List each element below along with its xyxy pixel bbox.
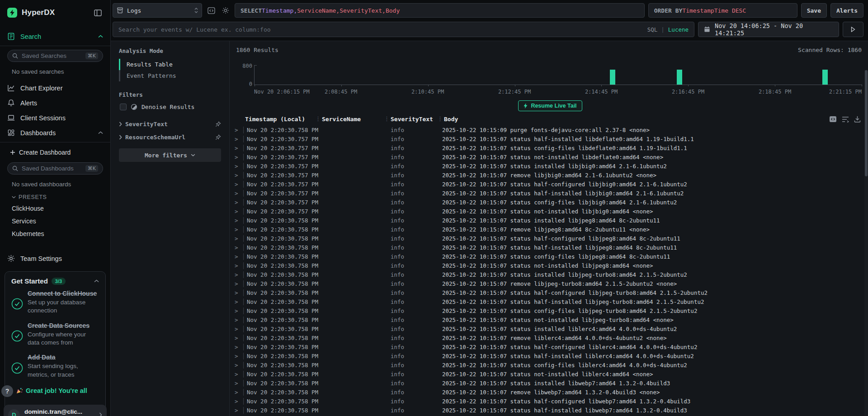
histogram-bar[interactable] (822, 70, 828, 85)
table-row[interactable]: >Nov 20 2:20:30.758 PMinfo2025-10-22 10:… (232, 288, 868, 297)
table-row[interactable]: >Nov 20 2:20:30.758 PMinfo2025-10-22 10:… (232, 342, 868, 351)
histogram-bar[interactable] (677, 70, 682, 85)
expand-row-chevron-icon[interactable]: > (232, 280, 243, 287)
column-header-body[interactable]: ⋮Body (442, 116, 825, 123)
table-row[interactable]: >Nov 20 2:20:30.757 PMinfo2025-10-22 10:… (232, 189, 868, 198)
table-row[interactable]: >Nov 20 2:20:30.758 PMinfo2025-10-22 10:… (232, 297, 868, 306)
source-select[interactable]: Logs (113, 3, 202, 18)
get-started-item[interactable]: Create Data SourcesConfigure where your … (11, 321, 99, 347)
table-row[interactable]: >Nov 20 2:20:30.758 PMinfo2025-10-22 10:… (232, 397, 868, 406)
download-icon[interactable] (854, 116, 861, 123)
expand-row-chevron-icon[interactable]: > (232, 344, 243, 350)
preset-dashboard-item[interactable]: Kubernetes (0, 227, 110, 240)
edit-source-icon[interactable] (206, 5, 217, 16)
table-row[interactable]: >Nov 20 2:20:30.757 PMinfo2025-10-22 10:… (232, 143, 868, 152)
expand-row-chevron-icon[interactable]: > (232, 389, 243, 396)
expand-row-chevron-icon[interactable]: > (232, 181, 243, 188)
sidebar-item-search[interactable]: Search (0, 29, 110, 44)
expand-row-chevron-icon[interactable]: > (232, 371, 243, 378)
expand-row-chevron-icon[interactable]: > (232, 154, 243, 161)
table-row[interactable]: >Nov 20 2:20:30.758 PMinfo2025-10-22 10:… (232, 360, 868, 369)
time-range-picker[interactable]: Nov 20 14:06:25 - Nov 20 14:21:25 (698, 22, 839, 37)
expand-row-chevron-icon[interactable]: > (232, 362, 243, 369)
expand-row-chevron-icon[interactable]: > (232, 326, 243, 332)
sidebar-item-dashboards[interactable]: Dashboards (0, 125, 110, 140)
more-filters-button[interactable]: More filters (119, 148, 221, 162)
order-by-input[interactable]: ORDER BY TimestampTime DESC (648, 3, 797, 18)
table-row[interactable]: >Nov 20 2:20:30.757 PMinfo2025-10-22 10:… (232, 180, 868, 189)
filter-group-resourceschemaurl[interactable]: ResourceSchemaUrl (119, 131, 221, 144)
sql-toggle[interactable]: SQL (647, 26, 658, 33)
save-button[interactable]: Save (801, 3, 827, 18)
column-header-severitytext[interactable]: ⋮SeverityText (389, 116, 442, 123)
column-header-timestamp[interactable]: Timestamp (Local) (243, 116, 320, 123)
table-row[interactable]: >Nov 20 2:20:30.758 PMinfo2025-10-22 10:… (232, 406, 868, 415)
preset-dashboard-item[interactable]: ClickHouse (0, 202, 110, 215)
get-started-item[interactable]: Connect to ClickHouseSet up your databas… (11, 289, 99, 315)
expand-row-chevron-icon[interactable]: > (232, 407, 243, 414)
create-dashboard-button[interactable]: Create Dashboard (0, 144, 110, 159)
table-row[interactable]: >Nov 20 2:20:30.758 PMinfo2025-10-22 10:… (232, 225, 868, 234)
expand-row-chevron-icon[interactable]: > (232, 398, 243, 405)
get-started-item[interactable]: Add DataStart sending logs, metrics, or … (11, 353, 99, 379)
select-columns-input[interactable]: SELECT Timestamp,ServiceName,SeverityTex… (235, 3, 645, 18)
expand-row-chevron-icon[interactable]: > (232, 317, 243, 323)
table-row[interactable]: >Nov 20 2:20:30.758 PMinfo2025-10-22 10:… (232, 306, 868, 315)
table-row[interactable]: >Nov 20 2:20:30.758 PMinfo2025-10-22 10:… (232, 324, 868, 333)
expand-row-chevron-icon[interactable]: > (232, 289, 243, 296)
source-settings-gear-icon[interactable] (220, 5, 231, 16)
saved-dashboards-input[interactable]: Saved Dashboards ⌘K (7, 162, 103, 175)
table-row[interactable]: >Nov 20 2:20:30.757 PMinfo2025-10-22 10:… (232, 161, 868, 170)
denoise-checkbox[interactable] (120, 104, 127, 110)
vertical-scrollbar[interactable] (864, 70, 868, 416)
run-query-button[interactable] (843, 22, 863, 37)
expand-row-chevron-icon[interactable]: > (232, 298, 243, 305)
table-row[interactable]: >Nov 20 2:20:30.757 PMinfo2025-10-22 10:… (232, 170, 868, 180)
table-row[interactable]: >Nov 20 2:20:30.757 PMinfo2025-10-22 10:… (232, 134, 868, 143)
mode-results-table[interactable]: Results Table (119, 59, 221, 70)
pin-icon[interactable] (215, 134, 221, 140)
expand-row-chevron-icon[interactable]: > (232, 271, 243, 278)
table-row[interactable]: >Nov 20 2:20:30.758 PMinfo2025-10-22 10:… (232, 234, 868, 243)
expand-row-chevron-icon[interactable]: > (232, 208, 243, 215)
mode-event-patterns[interactable]: Event Patterns (119, 70, 221, 81)
table-row[interactable]: >Nov 20 2:20:30.758 PMinfo2025-10-22 10:… (232, 351, 868, 360)
expand-row-chevron-icon[interactable]: > (232, 235, 243, 242)
expand-row-chevron-icon[interactable]: > (232, 226, 243, 233)
column-header-servicename[interactable]: ⋮ServiceName (320, 116, 389, 123)
view-source-code-icon[interactable] (829, 116, 837, 123)
preset-dashboard-item[interactable]: Services (0, 215, 110, 227)
expand-row-chevron-icon[interactable]: > (232, 380, 243, 387)
expand-row-chevron-icon[interactable]: > (232, 172, 243, 179)
expand-row-chevron-icon[interactable]: > (232, 217, 243, 224)
collapse-sidebar-icon[interactable] (92, 7, 103, 18)
expand-row-chevron-icon[interactable]: > (232, 199, 243, 206)
wrap-lines-icon[interactable] (842, 116, 849, 123)
table-row[interactable]: >Nov 20 2:20:30.758 PMinfo2025-10-22 10:… (232, 125, 868, 134)
table-row[interactable]: >Nov 20 2:20:30.758 PMinfo2025-10-22 10:… (232, 270, 868, 279)
histogram-bar[interactable] (610, 70, 615, 85)
presets-toggle[interactable]: PRESETS (0, 190, 110, 202)
table-row[interactable]: >Nov 20 2:20:30.758 PMinfo2025-10-22 10:… (232, 252, 868, 261)
expand-row-chevron-icon[interactable]: > (232, 335, 243, 341)
expand-row-chevron-icon[interactable]: > (232, 190, 243, 197)
table-row[interactable]: >Nov 20 2:20:30.758 PMinfo2025-10-22 10:… (232, 279, 868, 288)
denoise-label[interactable]: Denoise Results (142, 104, 194, 110)
table-row[interactable]: >Nov 20 2:20:30.758 PMinfo2025-10-22 10:… (232, 388, 868, 397)
alerts-button[interactable]: Alerts (830, 3, 863, 18)
scrollbar-thumb[interactable] (865, 70, 868, 176)
sidebar-item-client-sessions[interactable]: Client Sessions (0, 110, 110, 125)
table-row[interactable]: >Nov 20 2:20:30.757 PMinfo2025-10-22 10:… (232, 207, 868, 216)
table-row[interactable]: >Nov 20 2:20:30.758 PMinfo2025-10-22 10:… (232, 243, 868, 252)
table-row[interactable]: >Nov 20 2:20:30.758 PMinfo2025-10-22 10:… (232, 333, 868, 342)
expand-row-chevron-icon[interactable]: > (232, 163, 243, 170)
table-row[interactable]: >Nov 20 2:20:30.758 PMinfo2025-10-22 10:… (232, 315, 868, 324)
sidebar-item-team-settings[interactable]: Team Settings (0, 251, 110, 266)
pin-icon[interactable] (215, 121, 221, 127)
expand-row-chevron-icon[interactable]: > (232, 262, 243, 269)
search-input[interactable]: Search your events w/ Lucene ex. column:… (113, 22, 694, 37)
sidebar-item-chart-explorer[interactable]: Chart Explorer (0, 80, 110, 95)
help-button[interactable]: ? (1, 385, 13, 397)
user-account-button[interactable]: D dominic.tran@clic... dominic.tran@clic… (4, 405, 107, 416)
expand-row-chevron-icon[interactable]: > (232, 253, 243, 260)
